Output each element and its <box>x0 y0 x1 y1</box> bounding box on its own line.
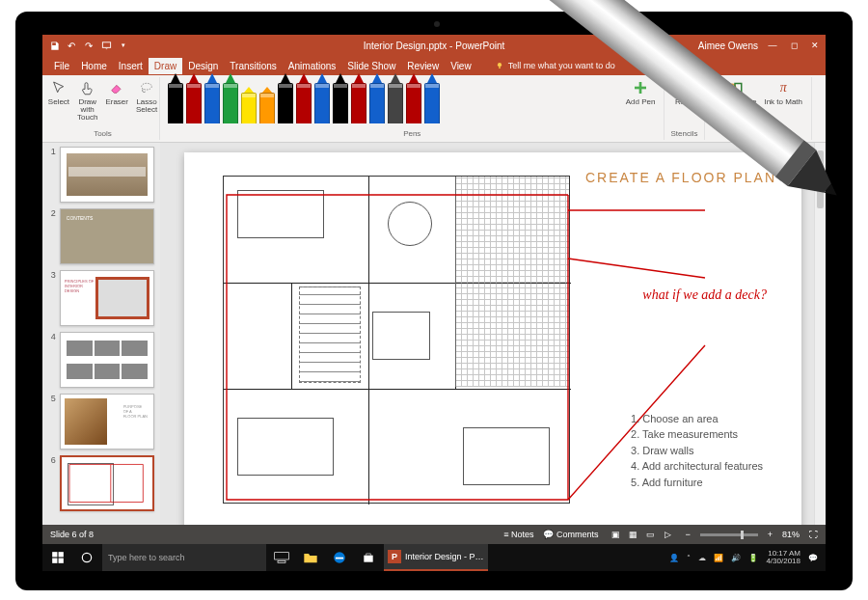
tray-notifications-icon[interactable]: 💬 <box>808 554 818 562</box>
thumbnail-slide-6[interactable] <box>60 455 154 511</box>
ink-to-math-button[interactable]: π Ink to Math <box>761 77 805 108</box>
thumbnail-2[interactable]: 2CONTENTS <box>48 208 154 264</box>
tray-onedrive-icon[interactable]: ☁ <box>698 554 706 562</box>
tab-transitions[interactable]: Transitions <box>224 58 283 74</box>
taskbar-search[interactable]: Type here to search <box>102 544 266 571</box>
thumbnail-5[interactable]: 5PURPOSEOF AFLOOR PLAN <box>48 394 154 450</box>
taskbar-clock[interactable]: 10:17 AM 4/30/2018 <box>766 550 800 565</box>
ink-to-shape-button[interactable]: Ink to Shape <box>711 77 760 108</box>
slide-counter[interactable]: Slide 6 of 8 <box>50 530 94 539</box>
zoom-slider[interactable] <box>700 533 758 536</box>
tab-review[interactable]: Review <box>401 58 445 74</box>
thumbnail-slide-3[interactable]: PRINCIPLES OFINTERIORDESIGN <box>60 270 154 326</box>
ink-annotation[interactable]: what if we add a deck? <box>642 287 767 303</box>
slideshow-view-button[interactable]: ▷ <box>660 528 675 541</box>
thumbnail-4[interactable]: 4 <box>48 332 154 388</box>
tab-file[interactable]: File <box>48 58 75 74</box>
cortana-button[interactable] <box>73 544 100 571</box>
maximize-button[interactable]: ◻ <box>783 35 804 56</box>
pen-swatch-10[interactable] <box>351 83 366 123</box>
pen-swatch-13[interactable] <box>406 83 421 123</box>
thumbnail-slide-2[interactable]: CONTENTS <box>60 208 154 264</box>
ink-to-shape-label: Ink to Shape <box>714 98 757 106</box>
step-item-1: 1. Choose an area <box>631 411 763 427</box>
pen-swatch-5[interactable] <box>259 93 275 123</box>
tab-animations[interactable]: Animations <box>283 58 341 74</box>
task-view-button[interactable] <box>268 544 295 571</box>
steps-list[interactable]: 1. Choose an area2. Take measurements3. … <box>631 411 763 491</box>
reading-view-button[interactable]: ▭ <box>642 528 658 541</box>
tell-me-label: Tell me what you want to do <box>508 61 615 70</box>
fit-to-window-button[interactable]: ⛶ <box>809 530 818 539</box>
add-pen-button[interactable]: Add Pen <box>623 77 659 108</box>
tab-insert[interactable]: Insert <box>113 58 149 74</box>
tab-slide-show[interactable]: Slide Show <box>341 58 401 74</box>
zoom-out-button[interactable]: − <box>685 530 690 539</box>
step-item-2: 2. Take measurements <box>631 426 763 443</box>
current-slide[interactable]: CREATE A FLOOR PLAN <box>184 152 801 525</box>
user-name[interactable]: Aimee Owens <box>698 41 758 51</box>
thumbnail-slide-4[interactable] <box>60 332 154 388</box>
pen-swatch-1[interactable] <box>186 83 202 123</box>
start-button[interactable] <box>44 544 71 571</box>
thumbnail-3[interactable]: 3PRINCIPLES OFINTERIORDESIGN <box>48 270 154 326</box>
taskbar-powerpoint[interactable]: P Interior Design - P… <box>384 544 488 571</box>
group-label-pens: Pens <box>403 129 420 140</box>
pen-swatch-6[interactable] <box>278 83 293 123</box>
scrollbar-thumb[interactable] <box>817 150 824 208</box>
close-button[interactable]: ✕ <box>804 35 826 56</box>
thumbnail-slide-5[interactable]: PURPOSEOF AFLOOR PLAN <box>60 394 154 450</box>
thumbnail-1[interactable]: 1 <box>48 147 154 203</box>
thumbnail-6[interactable]: 6 <box>48 455 154 511</box>
tab-design[interactable]: Design <box>182 58 224 74</box>
select-button[interactable]: Select <box>45 77 72 108</box>
pen-swatch-11[interactable] <box>369 83 385 123</box>
taskbar-explorer[interactable] <box>297 544 324 571</box>
minimize-button[interactable]: — <box>762 35 783 56</box>
zoom-value[interactable]: 81% <box>782 530 800 539</box>
pen-swatch-0[interactable] <box>168 83 183 123</box>
taskbar-store[interactable] <box>355 544 382 571</box>
pen-swatch-4[interactable] <box>241 93 257 123</box>
tell-me-search[interactable]: Tell me what you want to do <box>495 61 615 70</box>
svg-rect-11 <box>52 559 57 563</box>
tray-battery-icon[interactable]: 🔋 <box>748 554 758 562</box>
pen-swatch-14[interactable] <box>424 83 440 123</box>
pen-swatch-2[interactable] <box>204 83 220 123</box>
sorter-view-button[interactable]: ▦ <box>625 528 640 541</box>
zoom-in-button[interactable]: + <box>768 530 773 539</box>
notes-toggle[interactable]: ≡ Notes <box>503 530 533 539</box>
tab-view[interactable]: View <box>445 58 477 74</box>
save-icon[interactable] <box>48 40 60 51</box>
slide-thumbnails-pane[interactable]: 12CONTENTS3PRINCIPLES OFINTERIORDESIGN45… <box>42 143 160 525</box>
normal-view-button[interactable]: ▣ <box>608 528 623 541</box>
tray-up-icon[interactable]: ˄ <box>687 554 691 562</box>
tab-home[interactable]: Home <box>75 58 113 74</box>
lasso-select-button[interactable]: LassoSelect <box>133 77 160 116</box>
pen-swatch-7[interactable] <box>296 83 312 123</box>
pen-swatch-8[interactable] <box>314 83 330 123</box>
redo-icon[interactable]: ↷ <box>83 40 95 51</box>
step-item-3: 3. Draw walls <box>631 443 763 459</box>
slide-canvas[interactable]: CREATE A FLOOR PLAN <box>160 143 826 525</box>
eraser-button[interactable]: Eraser <box>102 77 131 108</box>
tab-draw[interactable]: Draw <box>149 58 182 74</box>
pen-swatch-9[interactable] <box>333 83 348 123</box>
tray-people-icon[interactable]: 👤 <box>669 554 679 562</box>
pen-swatch-3[interactable] <box>223 83 238 123</box>
ruler-button[interactable]: Ruler <box>672 77 696 108</box>
thumbnail-slide-1[interactable] <box>60 147 154 203</box>
svg-rect-9 <box>52 552 57 557</box>
pen-swatch-12[interactable] <box>388 83 403 123</box>
vertical-scrollbar[interactable] <box>814 143 826 525</box>
taskbar-edge[interactable] <box>326 544 353 571</box>
tray-network-icon[interactable]: 📶 <box>714 554 723 562</box>
comments-toggle[interactable]: 💬 Comments <box>543 530 598 539</box>
slideshow-icon[interactable] <box>100 40 112 51</box>
tray-volume-icon[interactable]: 🔊 <box>731 554 741 562</box>
draw-with-touch-button[interactable]: Drawwith Touch <box>74 77 100 123</box>
group-label-stencils: Stencils <box>670 129 697 140</box>
svg-rect-14 <box>275 553 289 559</box>
qat-dropdown-icon[interactable]: ▾ <box>118 40 129 51</box>
undo-icon[interactable]: ↶ <box>66 40 77 51</box>
